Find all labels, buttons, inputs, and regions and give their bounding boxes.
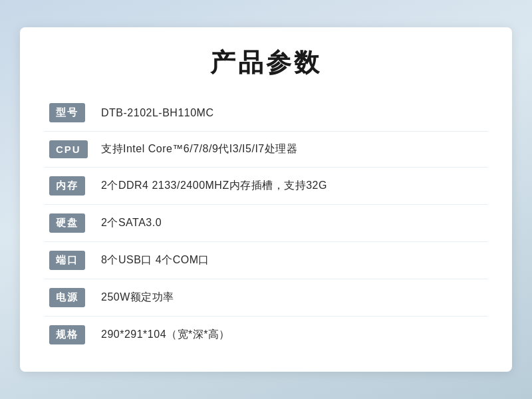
label-badge: 型号 xyxy=(49,103,85,122)
value-cell: 290*291*104（宽*深*高） xyxy=(96,317,488,354)
value-cell: 8个USB口 4个COM口 xyxy=(96,242,488,279)
spec-table: 型号 DTB-2102L-BH110MC CPU 支持Intel Core™6/… xyxy=(44,94,488,353)
table-row: 内存 2个DDR4 2133/2400MHZ内存插槽，支持32G xyxy=(44,168,488,205)
label-cell: 型号 xyxy=(44,94,96,132)
label-badge: 端口 xyxy=(49,251,85,270)
label-badge: 硬盘 xyxy=(49,213,85,233)
value-cell: 2个SATA3.0 xyxy=(96,205,488,242)
table-row: 型号 DTB-2102L-BH110MC xyxy=(44,94,488,132)
value-cell: 2个DDR4 2133/2400MHZ内存插槽，支持32G xyxy=(96,168,488,205)
label-cell: 端口 xyxy=(44,242,96,279)
label-cell: 电源 xyxy=(44,279,96,317)
table-row: CPU 支持Intel Core™6/7/8/9代I3/I5/I7处理器 xyxy=(44,132,488,168)
value-cell: 250W额定功率 xyxy=(96,279,488,317)
label-cell: 规格 xyxy=(44,317,96,354)
label-cell: CPU xyxy=(44,132,96,168)
label-badge: 规格 xyxy=(49,325,85,344)
label-cell: 内存 xyxy=(44,168,96,205)
label-badge: 电源 xyxy=(49,288,85,307)
table-row: 电源 250W额定功率 xyxy=(44,279,488,317)
page-title: 产品参数 xyxy=(44,46,488,80)
value-cell: 支持Intel Core™6/7/8/9代I3/I5/I7处理器 xyxy=(96,132,488,168)
label-cell: 硬盘 xyxy=(44,205,96,242)
label-badge: CPU xyxy=(49,140,88,158)
table-row: 硬盘 2个SATA3.0 xyxy=(44,205,488,242)
product-spec-card: 产品参数 型号 DTB-2102L-BH110MC CPU 支持Intel Co… xyxy=(20,27,512,372)
table-row: 端口 8个USB口 4个COM口 xyxy=(44,242,488,279)
value-cell: DTB-2102L-BH110MC xyxy=(96,94,488,132)
label-badge: 内存 xyxy=(49,176,85,196)
table-row: 规格 290*291*104（宽*深*高） xyxy=(44,317,488,354)
